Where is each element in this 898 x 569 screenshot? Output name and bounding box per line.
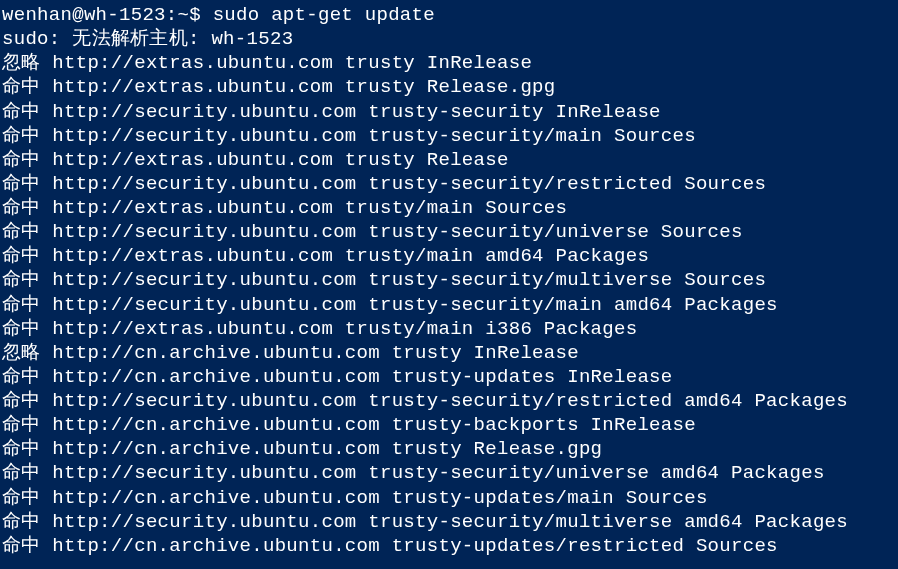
output-line: 命中 http://cn.archive.ubuntu.com trusty-u… [2, 365, 896, 389]
command-text: sudo apt-get update [213, 4, 435, 26]
output-line: 忽略 http://extras.ubuntu.com trusty InRel… [2, 51, 896, 75]
output-line: sudo: 无法解析主机: wh-1523 [2, 27, 896, 51]
prompt-line: wenhan@wh-1523:~$ sudo apt-get update [2, 3, 896, 27]
output-line: 命中 http://cn.archive.ubuntu.com trusty-u… [2, 534, 896, 558]
output-line: 命中 http://extras.ubuntu.com trusty/main … [2, 196, 896, 220]
output-line: 命中 http://extras.ubuntu.com trusty/main … [2, 317, 896, 341]
output-line: 命中 http://security.ubuntu.com trusty-sec… [2, 461, 896, 485]
terminal-output[interactable]: wenhan@wh-1523:~$ sudo apt-get update su… [2, 3, 896, 558]
output-line: 命中 http://security.ubuntu.com trusty-sec… [2, 100, 896, 124]
output-line: 命中 http://security.ubuntu.com trusty-sec… [2, 293, 896, 317]
prompt-user-host: wenhan@wh-1523 [2, 4, 166, 26]
output-line: 命中 http://security.ubuntu.com trusty-sec… [2, 510, 896, 534]
output-line: 命中 http://cn.archive.ubuntu.com trusty-u… [2, 486, 896, 510]
output-line: 命中 http://extras.ubuntu.com trusty Relea… [2, 148, 896, 172]
output-line: 命中 http://cn.archive.ubuntu.com trusty R… [2, 437, 896, 461]
output-line: 命中 http://extras.ubuntu.com trusty/main … [2, 244, 896, 268]
output-line: 命中 http://security.ubuntu.com trusty-sec… [2, 389, 896, 413]
output-line: 命中 http://security.ubuntu.com trusty-sec… [2, 172, 896, 196]
output-line: 命中 http://security.ubuntu.com trusty-sec… [2, 124, 896, 148]
output-line: 忽略 http://cn.archive.ubuntu.com trusty I… [2, 341, 896, 365]
prompt-path: :~$ [166, 4, 201, 26]
output-line: 命中 http://security.ubuntu.com trusty-sec… [2, 220, 896, 244]
output-line: 命中 http://extras.ubuntu.com trusty Relea… [2, 75, 896, 99]
output-line: 命中 http://cn.archive.ubuntu.com trusty-b… [2, 413, 896, 437]
output-line: 命中 http://security.ubuntu.com trusty-sec… [2, 268, 896, 292]
